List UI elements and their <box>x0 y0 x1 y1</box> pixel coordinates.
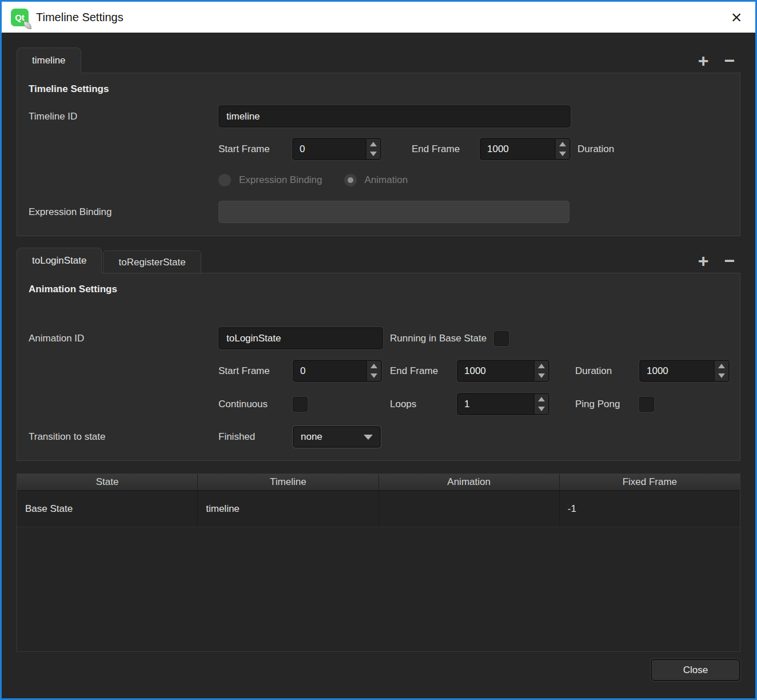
column-header-animation[interactable]: Animation <box>379 474 560 490</box>
timeline-frames-row: Start Frame 0 End Frame 1000 <box>29 138 728 160</box>
spin-up-button[interactable] <box>556 139 569 149</box>
spin-up-button[interactable] <box>715 361 728 371</box>
expression-binding-radio <box>218 174 231 186</box>
spin-down-button[interactable] <box>535 404 548 415</box>
finished-dropdown[interactable]: none <box>293 426 381 448</box>
animation-start-frame-spinbox[interactable]: 0 <box>293 360 382 382</box>
animation-id-row: Animation ID Running in Base State <box>29 327 728 349</box>
spin-up-button[interactable] <box>535 394 548 404</box>
close-icon: × <box>731 8 742 26</box>
tab-tologinstate[interactable]: toLoginState <box>17 248 102 273</box>
animation-radio-label: Animation <box>365 174 408 186</box>
timeline-settings-dialog: Qt Timeline Settings × timeline + − Time… <box>0 0 757 700</box>
spin-buttons <box>714 361 728 381</box>
cell-state[interactable]: Base State <box>17 491 198 527</box>
add-animation-button[interactable]: + <box>692 252 714 270</box>
cell-timeline[interactable]: timeline <box>198 491 378 527</box>
timeline-settings-heading: Timeline Settings <box>29 83 728 95</box>
timeline-end-frame-spinbox[interactable]: 1000 <box>480 138 571 160</box>
animation-id-input[interactable] <box>218 327 383 349</box>
window-close-button[interactable]: × <box>723 4 750 30</box>
chevron-down-icon <box>364 435 373 440</box>
titlebar: Qt Timeline Settings × <box>2 2 755 33</box>
finished-value: none <box>301 431 364 443</box>
end-frame-label: End Frame <box>390 365 457 377</box>
start-frame-value: 0 <box>293 139 365 159</box>
window-title: Timeline Settings <box>36 11 123 24</box>
ping-pong-checkbox[interactable] <box>639 397 654 412</box>
tab-timeline[interactable]: timeline <box>17 47 81 73</box>
cell-animation[interactable] <box>379 491 560 527</box>
spin-buttons <box>533 361 548 381</box>
end-frame-label: End Frame <box>412 144 480 155</box>
spin-down-button[interactable] <box>366 149 380 160</box>
animation-settings-panel: Animation Settings Animation ID Running … <box>17 273 740 461</box>
transition-row: Transition to state Finished none <box>29 426 728 448</box>
spin-buttons <box>533 394 548 414</box>
column-header-timeline[interactable]: Timeline <box>198 474 378 490</box>
running-in-base-state-label: Running in Base State <box>390 333 487 344</box>
remove-animation-button[interactable]: − <box>719 252 740 270</box>
spin-down-button[interactable] <box>367 371 381 381</box>
timeline-settings-panel: Timeline Settings Timeline ID Start Fram… <box>17 73 740 236</box>
close-button[interactable]: Close <box>651 659 740 681</box>
tab-toregisterstate[interactable]: toRegisterState <box>103 250 201 273</box>
transition-to-state-label: Transition to state <box>29 431 218 443</box>
spin-down-button[interactable] <box>535 371 548 381</box>
remove-timeline-button[interactable]: − <box>719 51 740 70</box>
add-timeline-button[interactable]: + <box>692 51 714 70</box>
expression-binding-input <box>218 201 569 223</box>
running-in-base-state-checkbox[interactable] <box>494 331 509 346</box>
qt-logo-icon: Qt <box>11 9 29 26</box>
animation-end-frame-spinbox[interactable]: 1000 <box>457 360 549 382</box>
finished-label: Finished <box>218 431 293 443</box>
timeline-start-frame-spinbox[interactable]: 0 <box>292 138 381 160</box>
animation-settings-heading: Animation Settings <box>29 284 728 295</box>
spin-down-button[interactable] <box>715 371 728 381</box>
binding-mode-row: Expression Binding Animation <box>29 174 728 186</box>
animation-id-label: Animation ID <box>29 333 218 344</box>
spin-up-button[interactable] <box>366 139 380 149</box>
section-gap <box>17 236 740 248</box>
loops-row: Continuous Loops 1 Ping Pong <box>29 393 728 415</box>
table-empty-area <box>17 527 740 651</box>
expression-binding-row: Expression Binding <box>29 201 728 223</box>
transition-fields: Finished none <box>218 426 728 448</box>
qt-leaf-icon <box>23 21 31 29</box>
ping-pong-label: Ping Pong <box>575 399 639 410</box>
continuous-label: Continuous <box>218 399 293 410</box>
spin-up-button[interactable] <box>367 361 381 371</box>
loops-label: Loops <box>390 399 457 410</box>
column-header-fixed-frame[interactable]: Fixed Frame <box>560 474 740 490</box>
start-frame-value: 0 <box>294 361 366 381</box>
duration-value: 1000 <box>640 361 714 381</box>
cell-fixed-frame[interactable]: -1 <box>560 491 740 527</box>
states-table-header: State Timeline Animation Fixed Frame <box>17 474 740 491</box>
dialog-body: timeline + − Timeline Settings Timeline … <box>2 33 755 698</box>
spin-buttons <box>366 361 381 381</box>
animation-id-fields: Running in Base State <box>218 327 728 349</box>
start-frame-label: Start Frame <box>218 144 292 155</box>
continuous-checkbox[interactable] <box>293 397 308 412</box>
spin-buttons <box>365 139 380 159</box>
radio-dot <box>348 177 353 183</box>
expression-binding-radio-label: Expression Binding <box>239 174 322 186</box>
timeline-id-input[interactable] <box>218 105 571 128</box>
animation-duration-spinbox[interactable]: 1000 <box>639 360 730 382</box>
qt-logo-text: Qt <box>15 13 25 22</box>
timeline-id-label: Timeline ID <box>29 111 218 122</box>
table-row[interactable]: Base State timeline -1 <box>17 491 740 527</box>
animation-tab-bar: toLoginState toRegisterState + − <box>17 248 740 273</box>
duration-label: Duration <box>575 365 639 377</box>
spin-down-button[interactable] <box>556 149 569 160</box>
animation-tab-actions: + − <box>692 252 740 273</box>
loops-fields: Continuous Loops 1 Ping Pong <box>218 393 728 415</box>
timeline-tab-bar: timeline + − <box>17 47 740 73</box>
states-table: State Timeline Animation Fixed Frame Bas… <box>17 474 740 652</box>
loops-value: 1 <box>458 394 533 414</box>
loops-spinbox[interactable]: 1 <box>457 393 549 415</box>
animation-radio <box>344 174 357 186</box>
end-frame-value: 1000 <box>458 361 533 381</box>
spin-up-button[interactable] <box>535 361 548 371</box>
column-header-state[interactable]: State <box>17 474 198 490</box>
